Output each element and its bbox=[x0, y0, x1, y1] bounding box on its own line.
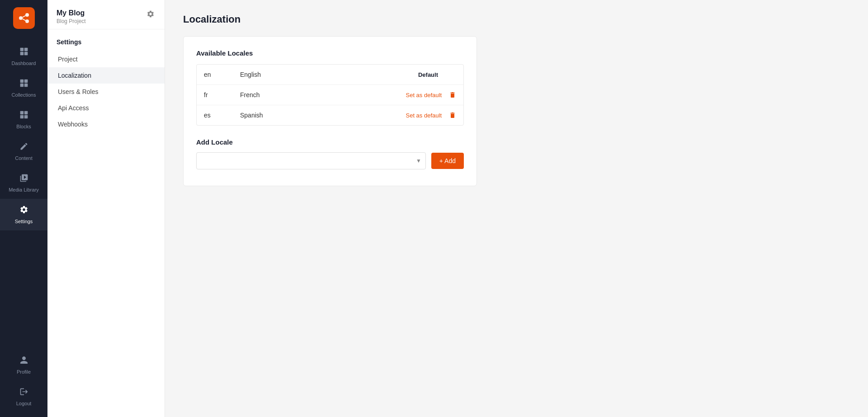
sidebar-item-content[interactable]: Content bbox=[0, 136, 47, 167]
svg-rect-15 bbox=[20, 115, 24, 119]
set-default-button-fr[interactable]: Set as default bbox=[406, 92, 442, 98]
media-library-icon bbox=[19, 173, 28, 185]
svg-rect-14 bbox=[24, 111, 28, 115]
locale-default-badge-en: Default bbox=[418, 71, 438, 78]
locale-select-wrapper: German Italian Portuguese Japanese Chine… bbox=[196, 152, 426, 169]
gear-button[interactable] bbox=[146, 9, 156, 21]
sidebar-item-dashboard-label: Dashboard bbox=[12, 61, 36, 66]
sidebar-item-blocks[interactable]: Blocks bbox=[0, 104, 47, 136]
project-info: My Blog Blog Project bbox=[57, 9, 86, 24]
sidebar-item-media-library-label: Media Library bbox=[9, 187, 39, 192]
settings-nav-users-roles[interactable]: Users & Roles bbox=[47, 84, 165, 100]
locales-table: en English Default fr French Set as defa… bbox=[196, 64, 464, 126]
sidebar-item-collections[interactable]: Collections bbox=[0, 72, 47, 104]
svg-rect-11 bbox=[20, 84, 24, 87]
available-locales-title: Available Locales bbox=[196, 49, 464, 57]
locale-row-fr: fr French Set as default bbox=[197, 85, 463, 105]
sidebar-item-settings[interactable]: Settings bbox=[0, 199, 47, 230]
delete-locale-button-es[interactable] bbox=[449, 112, 456, 119]
locale-name-en: English bbox=[240, 71, 418, 78]
settings-nav-webhooks[interactable]: Webhooks bbox=[47, 116, 165, 132]
settings-nav-localization[interactable]: Localization bbox=[47, 67, 165, 84]
set-default-button-es[interactable]: Set as default bbox=[406, 112, 442, 119]
sidebar-logo bbox=[0, 0, 47, 36]
svg-line-4 bbox=[22, 19, 25, 21]
settings-nav-api-access[interactable]: Api Access bbox=[47, 100, 165, 116]
secondary-sidebar: My Blog Blog Project Settings Project Lo… bbox=[47, 0, 165, 417]
settings-nav-project[interactable]: Project bbox=[47, 51, 165, 67]
collections-icon bbox=[19, 79, 28, 90]
profile-icon bbox=[19, 356, 28, 367]
logout-icon bbox=[19, 387, 28, 398]
sidebar-item-logout[interactable]: Logout bbox=[0, 381, 47, 412]
locale-code-en: en bbox=[204, 71, 240, 78]
svg-rect-10 bbox=[24, 80, 28, 83]
dashboard-icon bbox=[19, 47, 28, 58]
sidebar-item-blocks-label: Blocks bbox=[16, 124, 31, 129]
locale-row-es: es Spanish Set as default bbox=[197, 105, 463, 125]
content-icon bbox=[19, 142, 28, 153]
sidebar-item-settings-label: Settings bbox=[15, 219, 33, 224]
svg-point-1 bbox=[25, 13, 29, 17]
svg-rect-13 bbox=[20, 111, 24, 115]
locale-select[interactable]: German Italian Portuguese Japanese Chine… bbox=[196, 152, 426, 169]
locale-name-es: Spanish bbox=[240, 112, 406, 119]
sidebar: Dashboard Collections Blocks Content Med… bbox=[0, 0, 47, 417]
locale-code-fr: fr bbox=[204, 91, 240, 98]
sidebar-item-media-library[interactable]: Media Library bbox=[0, 167, 47, 199]
svg-line-3 bbox=[22, 16, 25, 18]
project-name: My Blog bbox=[57, 9, 86, 17]
sidebar-item-dashboard[interactable]: Dashboard bbox=[0, 41, 47, 72]
settings-nav: Project Localization Users & Roles Api A… bbox=[47, 51, 165, 132]
svg-rect-16 bbox=[24, 115, 28, 119]
add-locale-button[interactable]: + Add bbox=[431, 153, 464, 169]
svg-rect-5 bbox=[20, 48, 24, 52]
svg-point-2 bbox=[25, 19, 29, 23]
project-subtitle: Blog Project bbox=[57, 18, 86, 24]
sidebar-item-logout-label: Logout bbox=[16, 401, 32, 406]
svg-point-0 bbox=[19, 16, 23, 20]
svg-rect-8 bbox=[24, 52, 28, 56]
svg-rect-6 bbox=[24, 48, 28, 52]
locale-code-es: es bbox=[204, 112, 240, 119]
blocks-icon bbox=[19, 110, 28, 122]
sidebar-item-profile[interactable]: Profile bbox=[0, 349, 47, 381]
sidebar-nav: Dashboard Collections Blocks Content Med… bbox=[0, 36, 47, 349]
page-title: Localization bbox=[183, 14, 850, 25]
add-locale-row: German Italian Portuguese Japanese Chine… bbox=[196, 152, 464, 169]
delete-locale-button-fr[interactable] bbox=[449, 91, 456, 98]
sidebar-item-content-label: Content bbox=[15, 155, 33, 161]
secondary-sidebar-header: My Blog Blog Project bbox=[47, 0, 165, 29]
localization-card: Available Locales en English Default fr … bbox=[183, 36, 477, 186]
sidebar-bottom: Profile Logout bbox=[0, 349, 47, 417]
locale-name-fr: French bbox=[240, 91, 406, 98]
settings-section-title: Settings bbox=[47, 29, 165, 51]
settings-icon bbox=[19, 205, 28, 216]
sidebar-item-collections-label: Collections bbox=[12, 92, 36, 98]
svg-rect-7 bbox=[20, 52, 24, 56]
svg-rect-9 bbox=[20, 80, 24, 83]
svg-rect-12 bbox=[24, 84, 28, 87]
sidebar-item-profile-label: Profile bbox=[17, 369, 31, 375]
main-content: Localization Available Locales en Englis… bbox=[165, 0, 868, 417]
add-locale-title: Add Locale bbox=[196, 138, 464, 146]
locale-row-en: en English Default bbox=[197, 65, 463, 85]
app-logo-icon bbox=[13, 7, 35, 29]
